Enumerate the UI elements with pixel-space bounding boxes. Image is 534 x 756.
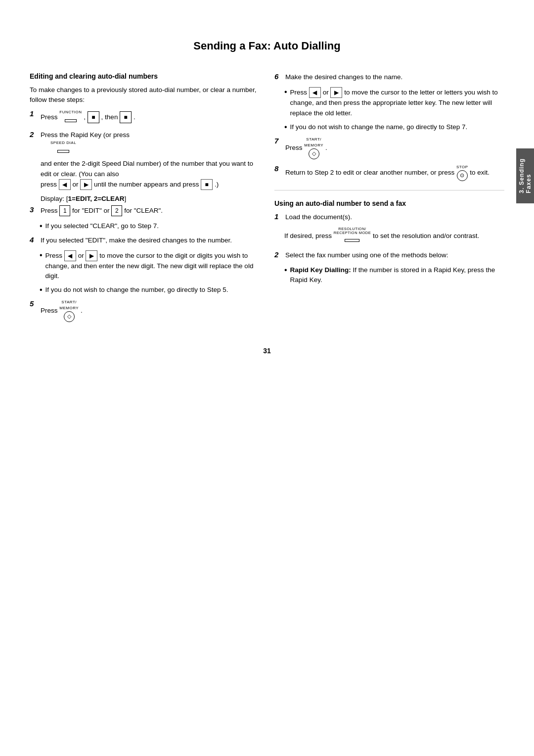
resolution-key: RESOLUTION/RECEPTION MODE (334, 227, 371, 245)
page-title-area: Sending a Fax: Auto Dialling (0, 30, 534, 52)
right-column: 6 Make the desired changes to the name. … (274, 72, 504, 327)
bullet-dot-5: • (284, 122, 287, 133)
bullet-dot-4: • (284, 87, 287, 118)
start-memory-key-7: START/MEMORY ◇ (304, 137, 323, 159)
display-line: Display: [1=EDIT, 2=CLEAR] (41, 195, 260, 202)
nav-key-1-box: ■ (88, 111, 99, 123)
step-1-content: Press FUNCTION , ■ , then ■ . (41, 109, 260, 125)
bullet-no-change-text: If you do not wish to change the number,… (45, 285, 228, 295)
left-intro: To make changes to a previously stored a… (30, 85, 260, 105)
stop-key: STOP ⊙ (456, 164, 468, 181)
bullet-move-cursor: • Press ◀ or ▶ to move the cursor to the… (40, 250, 260, 282)
stop-circle: ⊙ (457, 170, 468, 181)
start-memory-circle-5: ◇ (64, 311, 75, 322)
bullet-dot-3: • (40, 285, 43, 295)
two-column-layout: Editing and clearing auto-dial numbers T… (0, 72, 534, 327)
start-memory-label-7: START/MEMORY (304, 137, 323, 148)
page-title: Sending a Fax: Auto Dialling (193, 40, 340, 52)
step-3-content: Press 1 for "EDIT" or 2 for "CLEAR". (41, 205, 260, 216)
bullet-dot-1: • (40, 221, 43, 232)
enter-key: ■ (201, 179, 213, 190)
use-step-2: 2 Select the fax number using one of the… (274, 250, 504, 260)
page-number: 31 (0, 347, 534, 355)
bullet-rapid-key: • Rapid Key Dialling: If the number is s… (284, 265, 504, 285)
step-5-content: Press START/MEMORY ◇ . (41, 299, 260, 322)
step-8-num: 8 (274, 164, 282, 173)
use-step-1b: If desired, press RESOLUTION/RECEPTION M… (284, 227, 504, 245)
right-tab: 3. SendingFaxes (516, 148, 534, 203)
bullet-no-change-number: • If you do not wish to change the numbe… (40, 285, 260, 295)
bullet-move-name-text: Press ◀ or ▶ to move the cursor to the l… (290, 87, 504, 118)
step-7-content: Press START/MEMORY ◇ . (285, 137, 504, 159)
nav-key-1: ■ (88, 111, 99, 123)
resolution-label: RESOLUTION/RECEPTION MODE (334, 227, 371, 236)
right-arrow-key-3: ▶ (330, 87, 342, 98)
bullet-move-text: Press ◀ or ▶ to move the cursor to the d… (45, 250, 260, 282)
step-4: 4 If you selected "EDIT", make the desir… (30, 236, 260, 245)
nav-key-2: ■ (120, 111, 132, 123)
right-tab-inner: 3. SendingFaxes (518, 158, 532, 193)
function-key-box (65, 119, 77, 122)
tab-label: 3. SendingFaxes (518, 158, 532, 193)
step-3: 3 Press 1 for "EDIT" or 2 for "CLEAR". (30, 205, 260, 216)
step-6-num: 6 (274, 72, 282, 81)
use-step-2-num: 2 (274, 250, 282, 259)
speed-dial-key: SPEED DIAL (50, 140, 76, 156)
use-step-2-content: Select the fax number using one of the m… (285, 250, 504, 260)
step-2-content: Press the Rapid Key (or press SPEED DIAL… (41, 130, 260, 190)
start-memory-label-5: START/MEMORY (59, 299, 79, 311)
bullet-dot-2: • (40, 250, 43, 282)
divider (274, 190, 504, 190)
step-4-num: 4 (30, 236, 38, 244)
function-label: FUNCTION (59, 109, 82, 115)
step-8: 8 Return to Step 2 to edit or clear anot… (274, 164, 504, 181)
bullet-clear-text: If you selected "CLEAR", go to Step 7. (45, 221, 159, 232)
step-1-num: 1 (30, 109, 38, 118)
nav-key-2-box: ■ (120, 111, 132, 123)
speed-dial-label: SPEED DIAL (50, 140, 76, 146)
speed-dial-box (57, 150, 69, 153)
left-arrow-key: ◀ (59, 179, 71, 190)
step-7-num: 7 (274, 137, 282, 145)
bullet-no-change-name-text: If you do not wish to change the name, g… (290, 122, 468, 133)
left-column: Editing and clearing auto-dial numbers T… (30, 72, 260, 327)
step-5: 5 Press START/MEMORY ◇ . (30, 299, 260, 322)
start-memory-circle-7: ◇ (309, 148, 319, 159)
right-arrow-key: ▶ (80, 179, 92, 190)
start-memory-key-5: START/MEMORY ◇ (59, 299, 79, 322)
step-6-content: Make the desired changes to the name. (285, 72, 504, 82)
bullet-move-name: • Press ◀ or ▶ to move the cursor to the… (284, 87, 504, 118)
resolution-box (345, 239, 359, 242)
rapid-key-bold: Rapid Key Dialling: (290, 266, 351, 274)
bullet-clear: • If you selected "CLEAR", go to Step 7. (40, 221, 260, 232)
bullet-rapid-key-text: Rapid Key Dialling: If the number is sto… (290, 265, 504, 285)
left-section-heading: Editing and clearing auto-dial numbers (30, 72, 260, 80)
step-7: 7 Press START/MEMORY ◇ . (274, 137, 504, 159)
right-section-heading: Using an auto-dial number to send a fax (274, 199, 504, 207)
bullet-no-change-name: • If you do not wish to change the name,… (284, 122, 504, 133)
step-2-sub: SPEED DIAL (50, 140, 260, 156)
page-container: Sending a Fax: Auto Dialling Editing and… (0, 0, 534, 756)
step-5-num: 5 (30, 299, 38, 308)
use-step-1: 1 Load the document(s). (274, 212, 504, 222)
step-8-content: Return to Step 2 to edit or clear anothe… (285, 164, 504, 181)
key-2: 2 (111, 205, 122, 216)
step-1: 1 Press FUNCTION , ■ , then ■ (30, 109, 260, 125)
step-4-content: If you selected "EDIT", make the desired… (41, 236, 260, 245)
use-step-1b-content: If desired, press RESOLUTION/RECEPTION M… (284, 227, 504, 245)
right-arrow-key-2: ▶ (86, 250, 97, 261)
bullet-dot-6: • (284, 265, 287, 285)
left-arrow-key-2: ◀ (64, 250, 76, 261)
stop-label: STOP (456, 164, 468, 170)
step-6: 6 Make the desired changes to the name. (274, 72, 504, 82)
use-step-1-num: 1 (274, 212, 282, 221)
function-key: FUNCTION (59, 109, 82, 125)
use-step-1-content: Load the document(s). (285, 212, 504, 222)
step-2-num: 2 (30, 130, 38, 139)
step-2: 2 Press the Rapid Key (or press SPEED DI… (30, 130, 260, 190)
key-1: 1 (59, 205, 70, 216)
step-3-num: 3 (30, 205, 38, 214)
left-arrow-key-3: ◀ (309, 87, 321, 98)
